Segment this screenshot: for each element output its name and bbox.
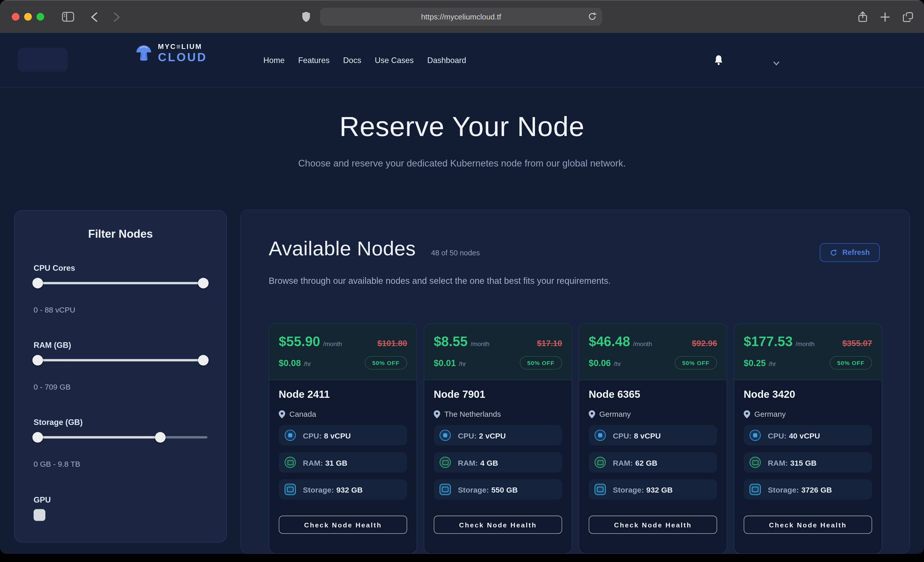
discount-badge: 50% OFF [364, 356, 407, 370]
node-name: Node 2411 [279, 389, 407, 401]
window-controls [12, 13, 44, 21]
forward-icon[interactable] [113, 0, 120, 33]
price-monthly: $177.53 [744, 334, 793, 349]
check-node-health-button[interactable]: Check Node Health [589, 516, 717, 534]
filter-group-cpu: CPU Cores 0 - 88 vCPU [34, 264, 207, 314]
spec-row-storage: Storage:3726 GB [744, 479, 872, 499]
shield-icon[interactable] [302, 0, 310, 33]
refresh-label: Refresh [843, 248, 870, 257]
notification-bell-icon[interactable] [714, 55, 724, 69]
check-node-health-button[interactable]: Check Node Health [434, 516, 562, 534]
gpu-checkbox[interactable] [34, 509, 45, 521]
ram-spec-value: 315 GB [790, 458, 816, 467]
spec-row-storage: Storage:550 GB [434, 479, 562, 499]
storage-spec-value: 932 GB [336, 486, 363, 494]
navbar-placeholder-box [18, 48, 68, 72]
spec-row-ram: RAM:315 GB [744, 452, 872, 472]
brand-logo[interactable]: MYC≡LIUM CLOUD [134, 43, 207, 63]
storage-slider[interactable] [34, 432, 207, 442]
cpu-spec-value: 2 vCPU [479, 431, 506, 440]
zoom-window-button[interactable] [36, 13, 44, 21]
nav-link-use-cases[interactable]: Use Cases [375, 55, 414, 64]
hero-section: Reserve Your Node Choose and reserve you… [0, 88, 924, 169]
ram-spec-value: 4 GB [480, 458, 498, 467]
cpu-slider-handle-max[interactable] [198, 278, 208, 288]
node-name: Node 3420 [744, 389, 872, 401]
node-location: Germany [754, 410, 786, 418]
per-hour-label: /hr [769, 360, 776, 367]
nav-link-dashboard[interactable]: Dashboard [427, 55, 466, 64]
nav-links: Home Features Docs Use Cases Dashboard [263, 33, 466, 87]
storage-slider-handle-max[interactable] [155, 432, 165, 442]
spec-row-cpu: CPU:8 vCPU [279, 425, 407, 445]
filter-group-storage: Storage (GB) 0 GB - 9.8 TB [34, 418, 207, 468]
filter-title: Filter Nodes [15, 228, 226, 241]
filter-group-ram: RAM (GB) 0 - 709 GB [34, 341, 207, 392]
nav-link-docs[interactable]: Docs [343, 55, 362, 64]
card-pricing: $55.90/month $101.80 $0.08/hr 50% OFF [269, 324, 417, 380]
cpu-icon [285, 430, 296, 441]
storage-spec-label: Storage: [613, 486, 644, 494]
cpu-spec-label: CPU: [458, 431, 477, 440]
ram-slider[interactable] [34, 355, 207, 366]
price-hourly: $0.01 [434, 357, 456, 368]
filter-panel: Filter Nodes CPU Cores 0 - 88 vCPU RAM (… [14, 210, 227, 543]
check-node-health-button[interactable]: Check Node Health [279, 516, 407, 534]
location-pin-icon [434, 410, 440, 418]
cpu-spec-value: 8 vCPU [634, 431, 661, 440]
storage-spec-value: 550 GB [491, 486, 518, 494]
tab-overview-icon[interactable] [903, 0, 913, 33]
storage-slider-handle-min[interactable] [32, 432, 43, 442]
storage-spec-label: Storage: [768, 486, 799, 494]
url-text: https://myceliumcloud.tf [421, 12, 501, 21]
ram-spec-value: 62 GB [635, 458, 657, 467]
per-hour-label: /hr [614, 360, 621, 367]
ram-spec-label: RAM: [768, 458, 788, 467]
sidebar-toggle-icon[interactable] [62, 0, 74, 33]
ram-slider-handle-min[interactable] [32, 355, 43, 366]
nav-link-features[interactable]: Features [298, 55, 330, 64]
close-window-button[interactable] [12, 13, 20, 21]
cpu-slider-handle-min[interactable] [32, 278, 43, 288]
brand-line2: CLOUD [158, 51, 207, 63]
site-navbar: MYC≡LIUM CLOUD Home Features Docs Use Ca… [0, 33, 924, 88]
storage-icon [285, 484, 296, 495]
price-hourly: $0.08 [279, 357, 301, 368]
brand-line1: MYC≡LIUM [158, 43, 207, 50]
ram-spec-value: 31 GB [325, 458, 347, 467]
minimize-window-button[interactable] [24, 13, 32, 21]
cpu-icon [440, 430, 451, 441]
per-hour-label: /hr [304, 360, 311, 367]
per-month-label: /month [471, 340, 490, 347]
ram-range-text: 0 - 709 GB [34, 383, 207, 392]
ram-slider-handle-max[interactable] [198, 355, 208, 366]
spec-row-ram: RAM:31 GB [279, 452, 407, 472]
price-monthly: $55.90 [279, 334, 320, 349]
cpu-cores-slider[interactable] [34, 278, 207, 288]
back-icon[interactable] [91, 0, 98, 33]
share-icon[interactable] [858, 0, 868, 33]
storage-spec-value: 3726 GB [801, 486, 832, 494]
storage-spec-value: 932 GB [646, 486, 673, 494]
check-node-health-button[interactable]: Check Node Health [744, 516, 872, 534]
ram-spec-label: RAM: [613, 458, 633, 467]
chevron-down-icon[interactable] [773, 58, 780, 68]
cpu-spec-label: CPU: [613, 431, 632, 440]
cpu-spec-value: 8 vCPU [324, 431, 351, 440]
new-tab-icon[interactable] [880, 0, 890, 33]
browser-window: https://myceliumcloud.tf [0, 0, 924, 554]
storage-icon [750, 484, 761, 495]
reload-icon[interactable] [588, 12, 597, 21]
page-subtitle: Choose and reserve your dedicated Kubern… [0, 158, 924, 169]
cpu-icon [594, 430, 606, 441]
price-hourly: $0.06 [589, 357, 611, 368]
spec-row-cpu: CPU:40 vCPU [744, 425, 872, 445]
discount-badge: 50% OFF [830, 356, 872, 370]
section-title: Available Nodes [269, 237, 416, 260]
refresh-button[interactable]: Refresh [820, 243, 880, 262]
nav-link-home[interactable]: Home [263, 55, 285, 64]
node-card: $8.55/month $17.10 $0.01/hr 50% OFF Node… [424, 323, 572, 554]
address-bar[interactable]: https://myceliumcloud.tf [320, 8, 602, 26]
ram-icon [440, 457, 451, 468]
price-original: $355.07 [842, 338, 872, 348]
